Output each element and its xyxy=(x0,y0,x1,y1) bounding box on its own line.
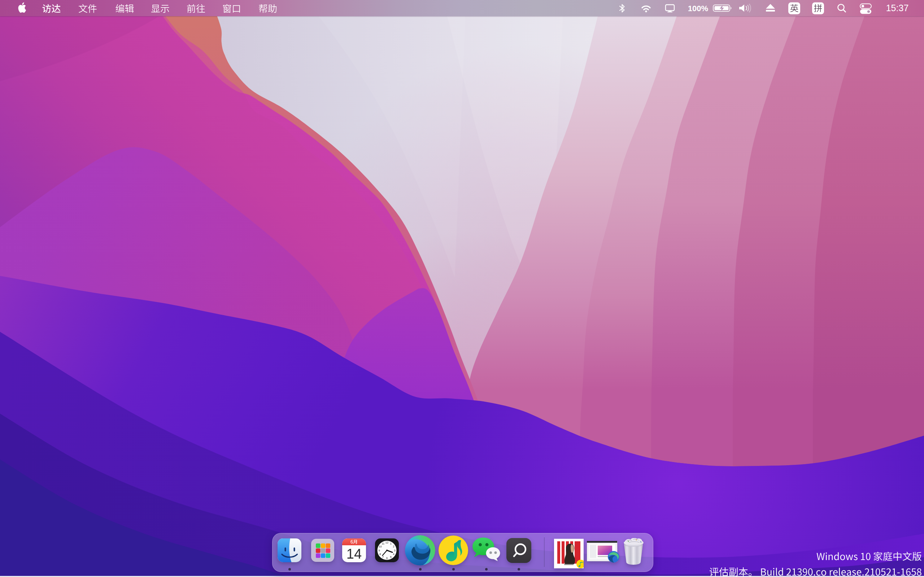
svg-text:10: 10 xyxy=(379,545,381,548)
svg-text:11: 11 xyxy=(381,542,384,545)
svg-text:3: 3 xyxy=(394,549,395,552)
svg-text:9: 9 xyxy=(378,549,380,552)
svg-text:12: 12 xyxy=(386,541,388,544)
svg-text:2: 2 xyxy=(393,545,394,548)
svg-text:5: 5 xyxy=(390,555,392,559)
svg-text:8: 8 xyxy=(380,553,381,556)
svg-text:6: 6 xyxy=(386,556,388,560)
svg-text:1: 1 xyxy=(390,542,392,545)
svg-text:4: 4 xyxy=(393,553,394,556)
svg-text:14: 14 xyxy=(347,546,362,561)
